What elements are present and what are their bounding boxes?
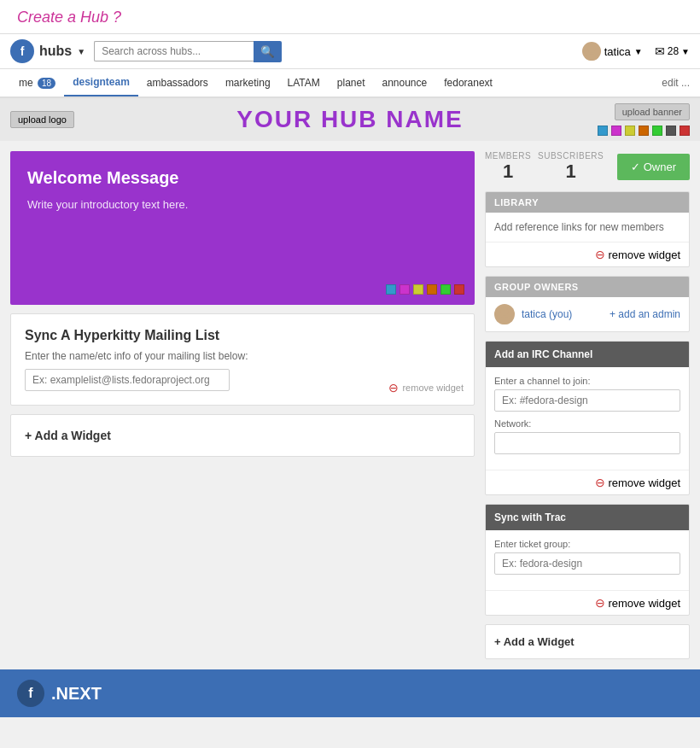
library-remove-icon: ⊖ xyxy=(595,248,605,261)
mail-chevron-icon: ▼ xyxy=(681,47,690,56)
upload-logo-button[interactable]: upload logo xyxy=(10,111,74,128)
members-stat: MEMBERS 1 xyxy=(485,151,531,183)
mailing-widget-title: Sync A Hyperkitty Mailing List xyxy=(25,328,460,343)
subscribers-value: 1 xyxy=(538,161,604,183)
tab-bar: me 18 designteam ambassadors marketing L… xyxy=(0,69,700,98)
library-header: Library xyxy=(486,192,689,213)
hub-name: YOUR HUB NAME xyxy=(236,106,464,133)
upload-banner-button[interactable]: upload banner xyxy=(615,103,690,120)
add-widget-right-button[interactable]: + Add a Widget xyxy=(485,624,690,659)
irc-remove[interactable]: ⊖ remove widget xyxy=(486,470,689,494)
me-badge: 18 xyxy=(38,78,55,89)
swatch-yellow[interactable] xyxy=(625,126,635,136)
group-owners-header: GROUP OWNERS xyxy=(486,277,689,297)
tab-ambassadors[interactable]: ambassadors xyxy=(138,70,217,96)
channel-label: Enter a channel to join: xyxy=(494,376,680,386)
swatch-magenta[interactable] xyxy=(611,126,621,136)
network-input[interactable] xyxy=(494,432,680,454)
add-admin-button[interactable]: + add an admin xyxy=(610,308,680,320)
trac-header: Sync with Trac xyxy=(486,505,689,530)
main-content: Welcome Message Write your introductory … xyxy=(0,141,700,669)
ticket-label: Enter ticket group: xyxy=(494,539,680,549)
mail-count: 28 xyxy=(668,45,679,57)
trac-body: Enter ticket group: xyxy=(486,530,689,590)
owner-name[interactable]: tatica (you) xyxy=(522,308,572,320)
trac-widget: Sync with Trac Enter ticket group: ⊖ rem… xyxy=(485,504,690,616)
swatch-orange[interactable] xyxy=(639,126,649,136)
navbar: f hubs ▼ 🔍 tatica ▼ ✉ 28 ▼ xyxy=(0,34,700,69)
welcome-title: Welcome Message xyxy=(27,168,458,188)
swatch-red[interactable] xyxy=(680,126,690,136)
right-column: MEMBERS 1 SUBSCRIBERS 1 ✓ Owner Library … xyxy=(485,151,690,659)
members-value: 1 xyxy=(485,161,531,183)
banner-area: upload logo YOUR HUB NAME upload banner xyxy=(0,98,700,141)
wswatch-green[interactable] xyxy=(440,284,451,295)
mailing-widget-desc: Enter the name/etc info of your mailing … xyxy=(25,350,460,362)
mailing-remove-widget[interactable]: ⊖ remove widget xyxy=(388,381,464,394)
tab-latam[interactable]: LATAM xyxy=(279,70,329,96)
footer-fedora-icon: f xyxy=(17,680,44,707)
fedora-icon: f xyxy=(10,39,34,63)
tab-fedoranext[interactable]: fedoranext xyxy=(435,70,501,96)
wswatch-red[interactable] xyxy=(454,284,464,295)
user-menu[interactable]: tatica ▼ xyxy=(582,42,643,61)
swatch-blue[interactable] xyxy=(598,126,608,136)
library-body: Add reference links for new members xyxy=(486,213,689,242)
owner-avatar xyxy=(494,304,515,324)
add-widget-button[interactable]: + Add a Widget xyxy=(10,414,475,457)
edit-button[interactable]: edit ... xyxy=(662,77,690,89)
svg-point-1 xyxy=(584,54,599,61)
username-label: tatica xyxy=(604,45,631,58)
swatch-dark[interactable] xyxy=(666,126,676,136)
irc-body: Enter a channel to join: Network: xyxy=(486,367,689,470)
hubs-label: hubs xyxy=(39,44,72,59)
search-button[interactable]: 🔍 xyxy=(254,41,282,62)
trac-remove-icon: ⊖ xyxy=(595,596,605,610)
search-bar: 🔍 xyxy=(94,41,282,62)
footer: f .NEXT xyxy=(0,669,700,717)
left-column: Welcome Message Write your introductory … xyxy=(10,151,475,659)
nav-logo[interactable]: f hubs ▼ xyxy=(10,39,85,63)
irc-header: Add an IRC Channel xyxy=(486,342,689,367)
mail-icon: ✉ xyxy=(655,44,665,58)
channel-input[interactable] xyxy=(494,389,680,412)
irc-remove-icon: ⊖ xyxy=(595,476,605,489)
stats-row: MEMBERS 1 SUBSCRIBERS 1 ✓ Owner xyxy=(485,151,690,183)
wswatch-yellow[interactable] xyxy=(413,284,423,295)
irc-widget: Add an IRC Channel Enter a channel to jo… xyxy=(485,341,690,495)
mailing-list-widget: Sync A Hyperkitty Mailing List Enter the… xyxy=(10,313,475,406)
wswatch-magenta[interactable] xyxy=(400,284,410,295)
chevron-down-icon: ▼ xyxy=(77,47,85,56)
tab-planet[interactable]: planet xyxy=(329,70,374,96)
library-remove[interactable]: ⊖ remove widget xyxy=(486,242,689,266)
svg-point-0 xyxy=(587,44,596,53)
group-owners-body: tatica (you) + add an admin xyxy=(486,297,689,331)
members-label: MEMBERS xyxy=(485,151,531,161)
nav-right: tatica ▼ ✉ 28 ▼ xyxy=(582,42,690,61)
remove-icon: ⊖ xyxy=(388,381,399,394)
mail-button[interactable]: ✉ 28 ▼ xyxy=(655,44,690,58)
svg-point-2 xyxy=(500,307,509,316)
wswatch-orange[interactable] xyxy=(427,284,437,295)
ticket-input[interactable] xyxy=(494,552,680,575)
trac-remove[interactable]: ⊖ remove widget xyxy=(486,590,689,615)
footer-text: .NEXT xyxy=(51,684,102,704)
welcome-text: Write your introductory text here. xyxy=(27,198,458,211)
search-input[interactable] xyxy=(94,41,254,61)
user-chevron-icon: ▼ xyxy=(634,47,643,56)
owner-button[interactable]: ✓ Owner xyxy=(617,154,690,180)
subscribers-label: SUBSCRIBERS xyxy=(538,151,604,161)
group-owners-widget: GROUP OWNERS tatica (you) + add an admin xyxy=(485,276,690,332)
create-hub-title: Create a Hub ? xyxy=(0,0,700,34)
mailing-list-input[interactable] xyxy=(25,369,230,391)
library-widget: Library Add reference links for new memb… xyxy=(485,191,690,267)
tab-designteam[interactable]: designteam xyxy=(64,69,138,96)
welcome-color-swatches xyxy=(386,284,464,295)
swatch-green[interactable] xyxy=(652,126,662,136)
tab-announce[interactable]: announce xyxy=(374,70,436,96)
tab-marketing[interactable]: marketing xyxy=(217,70,279,96)
svg-point-3 xyxy=(496,317,513,324)
tab-me[interactable]: me 18 xyxy=(10,70,64,96)
wswatch-blue[interactable] xyxy=(386,284,396,295)
avatar xyxy=(582,42,601,61)
